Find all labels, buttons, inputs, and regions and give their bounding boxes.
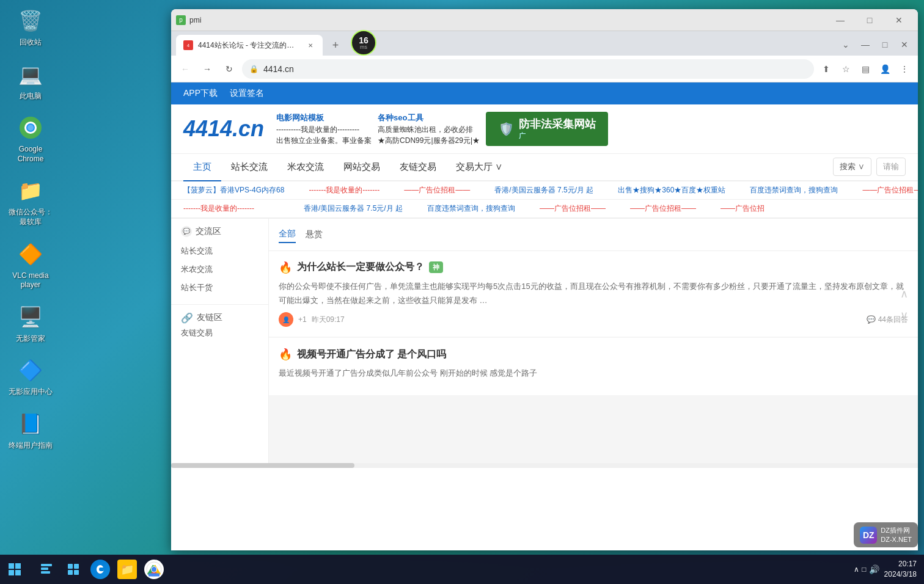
exchange-section: 💬 交流区 站长交流 米农交流 站长干货	[171, 219, 268, 305]
back-button[interactable]: ←	[176, 60, 194, 78]
tab-close-window-button[interactable]: ✕	[896, 36, 913, 53]
shadowless-image: 🖥️	[16, 302, 45, 332]
address-bar: ← → ↻ 🔒 ⬆ ☆ ▤ 👤 ⋮	[171, 56, 918, 82]
my-computer-icon[interactable]: 💻 此电脑	[6, 60, 55, 101]
search-dropdown[interactable]: 搜索 ∨	[833, 158, 871, 176]
profile-button[interactable]: 👤	[876, 60, 893, 78]
tray-arrow[interactable]: ∧	[854, 565, 859, 574]
ad-row-item-1[interactable]: -------我是收量的-------	[309, 185, 380, 195]
sidebar-tips-link[interactable]: 站长干货	[181, 279, 258, 297]
share-button[interactable]: ⬆	[818, 60, 835, 78]
ad-row2-item-4[interactable]: ——广告位招租——	[630, 203, 696, 214]
friend-section: 🔗 友链区 友链交易	[171, 305, 268, 349]
address-input-container[interactable]: 🔒	[242, 59, 814, 79]
ad-row-item-3[interactable]: 香港/美国云服务器 7.5元/月 起	[494, 185, 593, 195]
search-submit-btn[interactable]: 请输	[876, 158, 906, 176]
taskbar-clock[interactable]: 20:17 2024/3/18	[884, 559, 917, 580]
close-button[interactable]: ✕	[885, 11, 913, 29]
nav-friend-link[interactable]: 友链交易	[390, 154, 446, 180]
app-center-icon[interactable]: 🔷 无影应用中心	[6, 356, 55, 397]
ad-row-item-0[interactable]: 【菠萝云】香港VPS-4G内存68	[183, 185, 284, 195]
ad-row-item-5[interactable]: 百度违禁词查询，搜狗查询	[750, 185, 838, 195]
post1-title[interactable]: 为什么站长一定要做公众号？	[297, 261, 424, 274]
ad-row-item-2[interactable]: ——广告位招租——	[404, 185, 470, 195]
vlc-icon[interactable]: 🔶 VLC media player	[6, 239, 55, 290]
tray-display[interactable]: □	[862, 565, 866, 574]
post1-fire-icon: 🔥	[279, 261, 292, 274]
maximize-button[interactable]: □	[856, 11, 884, 29]
sidebar-minong-link[interactable]: 米农交流	[181, 260, 258, 279]
google-chrome-icon[interactable]: Google Chrome	[6, 113, 55, 164]
folder-label: 微信公众号：最软库	[6, 208, 55, 227]
new-tab-button[interactable]: +	[325, 35, 346, 56]
ad-marquee-row-2: -------我是收量的------- 香港/美国云服务器 7.5元/月 起 百…	[171, 200, 918, 219]
ad-row2-item-0[interactable]: -------我是收量的-------	[183, 203, 254, 214]
tab-controls-right: ⌄ — □ ✕	[837, 36, 913, 56]
tab-close-button[interactable]: ✕	[306, 40, 315, 50]
browser-tabs-bar: 4 4414站长论坛 - 专注交流的站长... ✕ + 16 ms ⌄ — □ …	[171, 31, 918, 56]
desktop-icon-area: 🗑️ 回收站 💻 此电脑 Google Chrome 📁 微信公众号：最软库	[6, 6, 55, 451]
ad-row2-item-2[interactable]: 百度违禁词查询，搜狗查询	[427, 203, 515, 214]
post2-title[interactable]: 视频号开通广告分成了 是个风口吗	[297, 348, 446, 361]
post2-header: 🔥 视频号开通广告分成了 是个风口吗	[279, 348, 908, 361]
refresh-button[interactable]: ↻	[220, 60, 238, 78]
clock-date: 2024/3/18	[884, 569, 917, 580]
recycle-bin-icon[interactable]: 🗑️ 回收站	[6, 6, 55, 48]
start-button[interactable]	[0, 555, 29, 584]
post1-arrow-up[interactable]: ∧	[900, 287, 908, 301]
taskbar-items: 📁	[29, 557, 171, 582]
shadowless-icon[interactable]: 🖥️ 无影管家	[6, 302, 55, 344]
folder-image: 📁	[16, 176, 45, 205]
ad-row2-item-1[interactable]: 香港/美国云服务器 7.5元/月 起	[304, 203, 403, 214]
svg-point-13	[152, 567, 156, 572]
nav-home[interactable]: 主页	[183, 154, 221, 181]
nav-trade-hall[interactable]: 交易大厅 ∨	[446, 154, 512, 180]
tab-all[interactable]: 全部	[279, 226, 296, 243]
horizontal-scrollbar[interactable]	[171, 463, 918, 468]
taskbar-chrome-icon	[144, 560, 164, 579]
sidebar-friend-trade-link[interactable]: 友链交易	[181, 324, 258, 342]
logo-suffix: .cn	[232, 116, 264, 141]
svg-rect-8	[74, 564, 79, 569]
browser-tab-active[interactable]: 4 4414站长论坛 - 专注交流的站长... ✕	[176, 35, 323, 56]
taskbar-right: ∧ □ 🔊 20:17 2024/3/18	[854, 559, 924, 580]
app-download-link[interactable]: APP下载	[183, 88, 218, 99]
minimize-button[interactable]: —	[826, 11, 854, 29]
tray-volume[interactable]: 🔊	[869, 564, 879, 574]
post-item-1: 🔥 为什么站长一定要做公众号？ 神 你的公众号即使不接任何广告，单凭流量主也能够…	[269, 251, 918, 337]
green-ad-text: 防非法采集网站	[519, 117, 596, 131]
taskbar-edge-button[interactable]	[88, 557, 112, 582]
ad-row2-item-3[interactable]: ——广告位招租——	[540, 203, 606, 214]
reader-mode-button[interactable]: ▤	[857, 60, 874, 78]
dz-watermark: DZ DZ插件网 DZ-X.NET	[854, 522, 918, 547]
tab-minimize-button[interactable]: —	[857, 36, 874, 53]
taskbar-chrome-button[interactable]	[142, 557, 166, 582]
tab-scroll-left-button[interactable]: ⌄	[837, 36, 854, 53]
nav-webmaster[interactable]: 站长交流	[221, 154, 277, 180]
forward-button[interactable]: →	[198, 60, 216, 78]
svg-point-3	[28, 125, 34, 131]
post1-content: 你的公众号即使不接任何广告，单凭流量主也能够实现平均每5次点击15元的收益，而且…	[279, 279, 908, 308]
menu-button[interactable]: ⋮	[896, 60, 913, 78]
bookmark-button[interactable]: ☆	[837, 60, 854, 78]
taskbar-file-explorer-button[interactable]: 📁	[115, 557, 139, 582]
tab-restore-button[interactable]: □	[876, 36, 893, 53]
ad-row-item-4[interactable]: 出售★搜狗★360★百度★权重站	[618, 185, 725, 195]
sidebar-webmaster-link[interactable]: 站长交流	[181, 242, 258, 260]
nav-minong[interactable]: 米农交流	[277, 154, 334, 180]
user-guide-icon[interactable]: 📘 终端用户指南	[6, 409, 55, 451]
ad-row-item-6[interactable]: ——广告位招租——	[862, 185, 918, 195]
post1-points: +1	[298, 315, 307, 324]
nav-website-trade[interactable]: 网站交易	[334, 154, 390, 180]
taskbar-search-button[interactable]	[34, 557, 59, 582]
app-center-image: 🔷	[16, 356, 45, 385]
taskbar-task-view-button[interactable]	[61, 557, 86, 582]
set-signature-link[interactable]: 设置签名	[230, 88, 264, 99]
address-input[interactable]	[263, 64, 807, 74]
post1-arrow-down[interactable]: ∨	[900, 308, 908, 322]
ad-row2-item-5[interactable]: ——广告位招	[721, 203, 765, 214]
app-title: pmi	[189, 16, 201, 24]
h-scrollbar-thumb[interactable]	[171, 463, 354, 468]
folder-icon[interactable]: 📁 微信公众号：最软库	[6, 176, 55, 227]
tab-reward[interactable]: 悬赏	[306, 227, 323, 243]
